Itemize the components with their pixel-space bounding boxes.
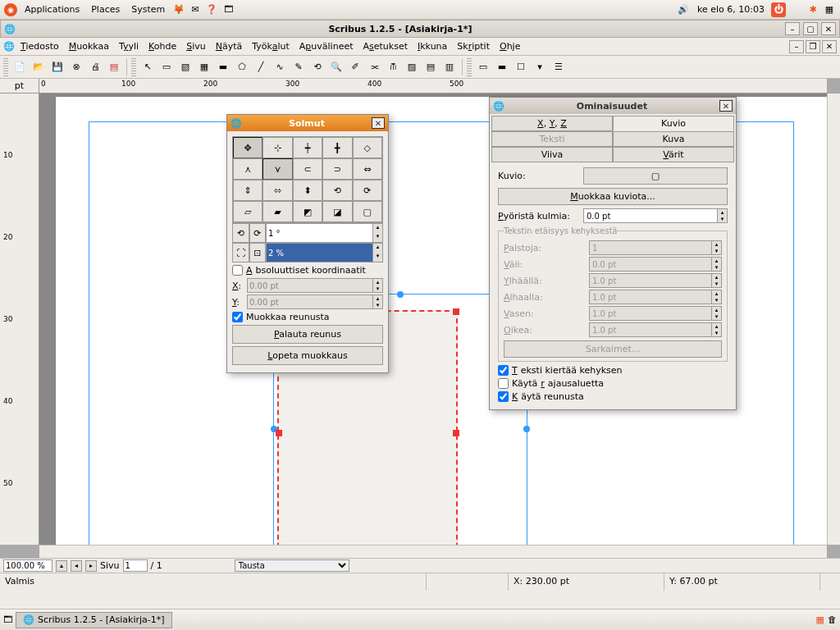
pdf-text-tool[interactable]: ▬ — [493, 58, 511, 76]
reset-contour-button[interactable]: Palauta reunus — [232, 325, 383, 344]
close-icon[interactable]: ✕ — [372, 117, 385, 129]
text-wrap-checkbox[interactable]: Teksti kiertää kehyksen — [498, 365, 728, 376]
menu-apuvalineet[interactable]: Apuvälineet — [295, 39, 358, 53]
rotate-cw-button[interactable]: ⟳ — [353, 180, 382, 201]
image-frame-tool[interactable]: ▧ — [176, 58, 194, 76]
properties-titlebar[interactable]: 🌐 Ominaisuudet ✕ — [490, 98, 736, 114]
use-contour-checkbox[interactable]: Käytä reunusta — [498, 391, 728, 402]
open-doc-button[interactable]: 📂 — [30, 58, 48, 76]
shape-tool[interactable]: ▬ — [214, 58, 232, 76]
desktop-icon[interactable]: 🗔 — [221, 2, 235, 17]
move-ctrl-button[interactable]: ⊹ — [262, 137, 292, 158]
edit-shape-button[interactable]: Muokkaa kuviota... — [498, 188, 728, 205]
help-icon[interactable]: ❓ — [204, 2, 219, 17]
zoom-up[interactable]: ▴ — [56, 560, 67, 572]
mdi-minimize-icon[interactable]: – — [789, 40, 804, 53]
enlarge-button[interactable]: ⛶ — [232, 243, 249, 262]
print-button[interactable]: 🖨 — [86, 58, 104, 76]
shape-preview-button[interactable]: ▢ — [583, 167, 728, 185]
skew-r-button[interactable]: ▰ — [262, 201, 292, 222]
properties-palette[interactable]: 🌐 Ominaisuudet ✕ X, Y, Z Kuvio Teksti Ku… — [489, 97, 737, 410]
pdf-combo-tool[interactable]: ▾ — [531, 58, 549, 76]
line-tool[interactable]: ╱ — [252, 58, 270, 76]
tab-xyz[interactable]: X, Y, Z — [491, 116, 613, 131]
percent-input[interactable]: ▴▾ — [266, 243, 383, 262]
menu-ohje[interactable]: Ohje — [495, 39, 524, 53]
clock[interactable]: ke elo 6, 10:03 — [692, 2, 769, 16]
tab-shape[interactable]: Kuvio — [613, 116, 734, 131]
firefox-icon[interactable]: 🦊 — [171, 2, 186, 17]
close-icon[interactable]: ✕ — [719, 100, 733, 112]
absolute-coords-checkbox[interactable]: AAbsoluuttiset koordinaatitbsoluuttiset … — [232, 265, 383, 276]
freehand-tool[interactable]: ✎ — [290, 58, 308, 76]
new-doc-button[interactable]: 📄 — [11, 58, 29, 76]
nodes-titlebar[interactable]: 🌐 Solmut ✕ — [227, 115, 388, 131]
edit-contour-checkbox[interactable]: Muokkaa reunusta — [232, 312, 383, 322]
toolbar-handle-icon[interactable] — [467, 58, 472, 76]
angle-input[interactable]: ▴▾ — [266, 223, 383, 243]
menu-sivu[interactable]: Sivu — [182, 39, 210, 53]
eyedropper-tool[interactable]: ▤ — [422, 58, 440, 76]
close-path-button[interactable]: ⊃ — [322, 158, 352, 180]
close-button[interactable]: ✕ — [821, 22, 836, 35]
skew-u-button[interactable]: ◩ — [293, 201, 322, 222]
menu-tiedosto[interactable]: Tiedosto — [16, 39, 63, 53]
open-path-button[interactable]: ⊂ — [293, 158, 322, 180]
minimize-button[interactable]: – — [785, 22, 800, 35]
delete-node-button[interactable]: ╋ — [322, 137, 352, 158]
edit-contents-tool[interactable]: ✐ — [346, 58, 364, 76]
zoom-tool[interactable]: 🔍 — [327, 58, 345, 76]
mirror-h-button[interactable]: ⇔ — [353, 158, 382, 180]
shrink-button[interactable]: ⊡ — [249, 243, 267, 262]
menu-tyokalut[interactable]: Työkalut — [248, 39, 294, 53]
tray-icon-2[interactable]: ▦ — [822, 2, 837, 17]
scroll-left[interactable]: ◂ — [71, 560, 82, 572]
pdf-list-tool[interactable]: ☰ — [550, 58, 568, 76]
ruler-vertical[interactable]: 10 20 30 40 50 — [0, 94, 39, 545]
menu-asetukset[interactable]: Asetukset — [359, 39, 413, 53]
tab-colors[interactable]: Värit — [613, 147, 734, 162]
toolbar-handle-icon[interactable] — [3, 58, 8, 76]
save-doc-button[interactable]: 💾 — [48, 58, 66, 76]
text-frame-tool[interactable]: ▭ — [158, 58, 176, 76]
measure-tool[interactable]: ▨ — [403, 58, 421, 76]
maximize-button[interactable]: ▢ — [803, 22, 818, 35]
mdi-close-icon[interactable]: ✕ — [822, 40, 837, 53]
shear-v-button[interactable]: ⬍ — [293, 180, 322, 201]
scrollbar-vertical[interactable] — [827, 94, 840, 545]
link-frames-tool[interactable]: ⫘ — [365, 58, 383, 76]
pdf-button-tool[interactable]: ▭ — [474, 58, 492, 76]
menu-kohde[interactable]: Kohde — [144, 39, 180, 53]
system-menu[interactable]: System — [126, 2, 170, 16]
rotate-ccw-button[interactable]: ⟲ — [322, 180, 352, 201]
zoom-input[interactable] — [3, 559, 52, 572]
menu-ikkuna[interactable]: Ikkuna — [413, 39, 451, 53]
use-bbox-checkbox[interactable]: Käytä rajausaluetta — [498, 378, 728, 389]
rotate-tool[interactable]: ⟲ — [308, 58, 326, 76]
asym-ctrl-button[interactable]: ⋏ — [233, 158, 262, 180]
page-input[interactable] — [123, 559, 148, 572]
scrollbar-horizontal[interactable] — [39, 545, 827, 558]
reset-ctrl-button[interactable]: ◇ — [353, 137, 382, 158]
reset-shape-button[interactable]: ▢ — [353, 201, 382, 222]
applications-menu[interactable]: Applications — [20, 2, 84, 16]
unlink-frames-tool[interactable]: ⫚ — [384, 58, 402, 76]
tab-line[interactable]: Viiva — [491, 147, 613, 162]
copy-props-tool[interactable]: ▥ — [441, 58, 459, 76]
table-tool[interactable]: ▦ — [195, 58, 213, 76]
shear-h-button[interactable]: ⬄ — [262, 180, 292, 201]
show-desktop-icon[interactable]: 🗔 — [3, 614, 12, 625]
menu-nayta[interactable]: Näytä — [212, 39, 247, 53]
mirror-v-button[interactable]: ⇕ — [233, 180, 262, 201]
mail-icon[interactable]: ✉ — [188, 2, 203, 17]
end-editing-button[interactable]: Lopeta muokkaus — [232, 346, 383, 365]
skew-l-button[interactable]: ▱ — [233, 201, 262, 222]
rotate-ccw2-button[interactable]: ⟲ — [232, 223, 249, 243]
ruler-unit[interactable]: pt — [0, 79, 39, 94]
select-tool[interactable]: ↖ — [139, 58, 157, 76]
shutdown-icon[interactable]: ⏻ — [771, 2, 786, 17]
toolbar-handle-icon[interactable] — [131, 58, 136, 76]
places-menu[interactable]: Places — [86, 2, 125, 16]
mdi-restore-icon[interactable]: ❐ — [806, 40, 820, 53]
tray-icon-1[interactable]: ✱ — [806, 2, 820, 17]
